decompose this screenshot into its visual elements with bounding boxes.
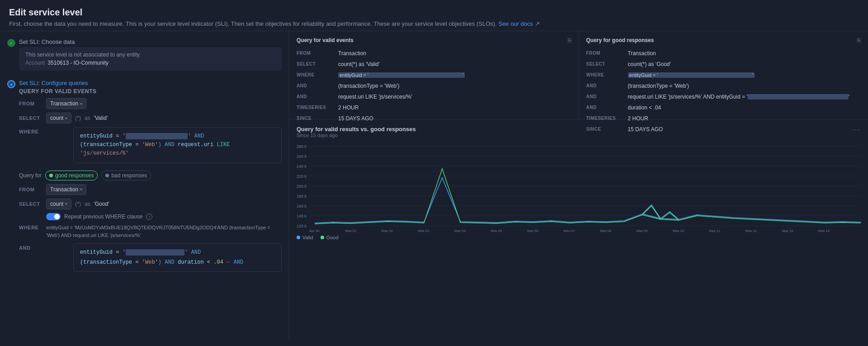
valid-select-row: SELECT count (*) as 'Valid' <box>19 113 282 123</box>
page-subtitle: First, choose the data you need to measu… <box>9 20 859 27</box>
good-responses-query-box: Query for good responses ⎘ FROM Transact… <box>579 31 868 119</box>
svg-text:May 09,: May 09, <box>636 229 648 232</box>
valid-from-row: FROM Transaction <box>19 98 282 109</box>
valid-qb-from: FROM Transaction <box>297 49 571 57</box>
valid-qb-where: WHERE entityGuid = ' ' <box>297 71 571 79</box>
chart-subtitle: Since 15 days ago <box>297 133 416 138</box>
svg-text:200 k: 200 k <box>297 184 307 189</box>
svg-text:260 k: 260 k <box>297 154 307 159</box>
chart-menu-icon[interactable]: ··· <box>852 126 861 134</box>
valid-select-fn[interactable]: count <box>46 113 71 123</box>
legend-valid: Valid <box>297 235 313 240</box>
svg-text:180 k: 180 k <box>297 194 307 199</box>
good-qb-and2-highlight <box>748 94 849 100</box>
svg-text:May 03,: May 03, <box>418 229 430 232</box>
docs-link[interactable]: See our docs ↗ <box>498 20 539 27</box>
legend-good: Good <box>321 235 339 240</box>
svg-text:280 k: 280 k <box>297 144 307 149</box>
good-select-fn[interactable]: count <box>46 199 71 209</box>
good-query-box-header: Query for good responses ⎘ <box>586 37 861 44</box>
svg-text:May 10,: May 10, <box>673 229 685 232</box>
svg-text:May 06,: May 06, <box>527 229 539 232</box>
svg-text:240 k: 240 k <box>297 164 307 169</box>
valid-from-select[interactable]: Transaction <box>46 98 86 109</box>
good-and-row: AND entityGuid = ' ' AND (transactionTyp… <box>19 243 282 272</box>
good-query-box-title: Query for good responses <box>586 37 654 43</box>
good-select-row: SELECT count (*) as 'Good' <box>19 199 282 209</box>
valid-events-query-box: Query for valid events ⎘ FROM Transactio… <box>289 31 579 119</box>
step1: ✓ Set SLI: Choose data This service leve… <box>7 38 282 74</box>
good-as-text: as <box>85 201 90 207</box>
svg-text:May 12,: May 12, <box>745 229 758 232</box>
step2-title[interactable]: Set SLI: Configure queries <box>19 80 282 86</box>
info-icon[interactable]: i <box>146 213 152 220</box>
good-copy-icon[interactable]: ⎘ <box>857 37 861 44</box>
good-select-label: SELECT <box>19 201 42 207</box>
good-from-row: FROM Transaction <box>19 184 282 195</box>
good-from-select[interactable]: Transaction <box>46 184 86 195</box>
good-qb-and3-val: duration < .04 <box>628 104 661 112</box>
repeat-where-toggle[interactable] <box>46 213 61 220</box>
valid-as-value: 'Valid' <box>94 115 108 121</box>
valid-events-section: Query for valid events FROM Transaction … <box>19 88 282 163</box>
valid-legend-dot <box>297 236 300 239</box>
account-label: Account3510613 - IO-Community <box>25 60 108 66</box>
main-layout: ✓ Set SLI: Choose data This service leve… <box>0 31 868 341</box>
good-where-text: entityGuid = 'MzUxMDYxM3xBUE18QVBQTElDQV… <box>46 224 282 240</box>
good-where-row: WHERE entityGuid = 'MzUxMDYxM3xBUE18QVBQ… <box>19 224 282 240</box>
chart-svg: 280 k 260 k 240 k 220 k 200 k 180 k 160 … <box>297 142 861 232</box>
tab-bad-responses[interactable]: bad responses <box>101 171 151 180</box>
query-for-label: Query for <box>19 172 42 179</box>
good-select-args: (*) <box>75 201 81 207</box>
valid-events-title: Query for valid events <box>19 88 282 95</box>
svg-text:May 05,: May 05, <box>491 229 503 232</box>
svg-text:May 14,: May 14, <box>818 229 830 232</box>
valid-query-box-header: Query for valid events ⎘ <box>297 37 571 44</box>
svg-text:May 01,: May 01, <box>345 229 357 232</box>
good-legend-label: Good <box>326 235 339 240</box>
valid-select-args: (*) <box>75 115 81 121</box>
valid-qb-and2: AND request.uri LIKE 'js/services/%' <box>297 93 571 101</box>
chart-header: Query for valid results vs. good respons… <box>297 126 861 138</box>
tab-good-responses[interactable]: good responses <box>45 171 98 180</box>
chart-title-block: Query for valid results vs. good respons… <box>297 126 416 138</box>
svg-text:May 02,: May 02, <box>382 229 394 232</box>
svg-text:May 13,: May 13, <box>782 229 794 232</box>
valid-legend-label: Valid <box>302 235 313 240</box>
svg-text:May 04,: May 04, <box>454 229 467 232</box>
valid-qb-select: SELECT count(*) as 'Valid' <box>297 60 571 68</box>
svg-text:160 k: 160 k <box>297 204 307 209</box>
step1-label: Set SLI: Choose data <box>19 38 75 45</box>
query-boxes: Query for valid events ⎘ FROM Transactio… <box>289 31 868 119</box>
step2-icon: ● <box>7 80 15 88</box>
good-qb-where: WHERE entityGuid = ' ' <box>586 71 861 79</box>
chart-svg-wrap: 280 k 260 k 240 k 220 k 200 k 180 k 160 … <box>297 142 861 232</box>
valid-query-box-title: Query for valid events <box>297 37 354 43</box>
step2-content: Set SLI: Configure queries Query for val… <box>19 80 282 279</box>
svg-text:Apr 30,: Apr 30, <box>309 229 320 232</box>
good-qb-and2: AND request.uri LIKE 'js/services/%' AND… <box>586 93 861 101</box>
good-from-label: FROM <box>19 187 42 192</box>
valid-qb-select-val: count(*) as 'Valid' <box>338 60 380 68</box>
chart-area: Query for valid results vs. good respons… <box>289 119 868 341</box>
right-panel: Query for valid events ⎘ FROM Transactio… <box>289 31 868 341</box>
query-for-row: Query for good responses bad responses <box>19 171 282 180</box>
good-qb-and3: AND duration < .04 <box>586 104 861 112</box>
good-and-block: entityGuid = ' ' AND (transactionType = … <box>73 243 282 272</box>
valid-qb-from-val: Transaction <box>338 49 366 57</box>
page-title: Edit service level <box>9 7 859 18</box>
good-legend-dot <box>321 236 324 239</box>
good-qb-and1-val: (transactionType = 'Web') <box>628 82 689 90</box>
page-header: Edit service level First, choose the dat… <box>0 0 868 31</box>
valid-qb-and1-val: (transactionType = 'Web') <box>338 82 399 90</box>
valid-where-block: entityGuid = ' ' AND (transactionType = … <box>73 127 282 163</box>
valid-qb-timeseries: TIMESERIES 2 HOUR <box>297 104 571 112</box>
svg-text:May 11,: May 11, <box>709 229 722 232</box>
valid-qb-and2-val: request.uri LIKE 'js/services/%' <box>338 93 412 101</box>
chart-legend: Valid Good <box>297 235 861 240</box>
good-qb-from: FROM Transaction <box>586 49 861 57</box>
step1-content: Set SLI: Choose data This service level … <box>19 38 282 74</box>
step1-title[interactable]: Set SLI: Choose data <box>19 38 282 45</box>
left-panel: ✓ Set SLI: Choose data This service leve… <box>0 31 289 341</box>
valid-copy-icon[interactable]: ⎘ <box>568 37 571 44</box>
